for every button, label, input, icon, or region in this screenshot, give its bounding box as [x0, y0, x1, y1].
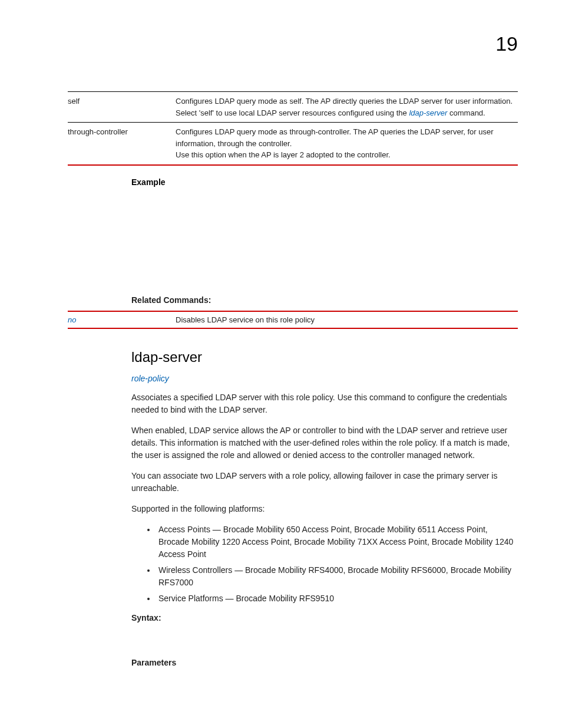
syntax-heading: Syntax:	[131, 613, 518, 622]
body-paragraph: Supported in the following platforms:	[131, 503, 518, 515]
table-row: through-controller Configures LDAP query…	[68, 123, 518, 165]
page-content: self Configures LDAP query mode as self.…	[68, 91, 518, 667]
command-title: ldap-server	[131, 349, 518, 365]
top-parameters-table: self Configures LDAP query mode as self.…	[68, 91, 518, 166]
param-desc: Configures LDAP query mode as self. The …	[176, 92, 518, 123]
table-row: self Configures LDAP query mode as self.…	[68, 92, 518, 123]
ldap-server-link[interactable]: ldap-server	[409, 108, 447, 117]
role-policy-link[interactable]: role-policy	[131, 374, 518, 383]
list-item: Access Points — Brocade Mobility 650 Acc…	[156, 523, 518, 561]
body-paragraph: You can associate two LDAP servers with …	[131, 470, 518, 495]
related-commands-table: no Disables LDAP service on this role po…	[68, 311, 518, 329]
platforms-list: Access Points — Brocade Mobility 650 Acc…	[156, 523, 518, 605]
body-paragraph: When enabled, LDAP service allows the AP…	[131, 424, 518, 462]
page: 19 self Configures LDAP query mode as se…	[0, 0, 562, 728]
param-key: through-controller	[68, 123, 176, 165]
example-content-placeholder	[68, 195, 518, 284]
page-number: 19	[495, 32, 518, 55]
table-row: no Disables LDAP service on this role po…	[68, 311, 518, 328]
list-item: Wireless Controllers — Brocade Mobility …	[156, 564, 518, 589]
parameters-heading: Parameters	[131, 658, 518, 667]
param-key: self	[68, 92, 176, 123]
list-item: Service Platforms — Brocade Mobility RFS…	[156, 592, 518, 605]
param-desc-text-tail: command.	[447, 108, 485, 117]
body-paragraph: Associates a specified LDAP server with …	[131, 391, 518, 416]
example-heading: Example	[131, 177, 518, 187]
related-desc: Disables LDAP service on this role polic…	[176, 311, 518, 328]
param-desc: Configures LDAP query mode as through-co…	[176, 123, 518, 165]
related-key-link[interactable]: no	[68, 311, 176, 328]
related-commands-heading: Related Commands:	[131, 295, 518, 305]
